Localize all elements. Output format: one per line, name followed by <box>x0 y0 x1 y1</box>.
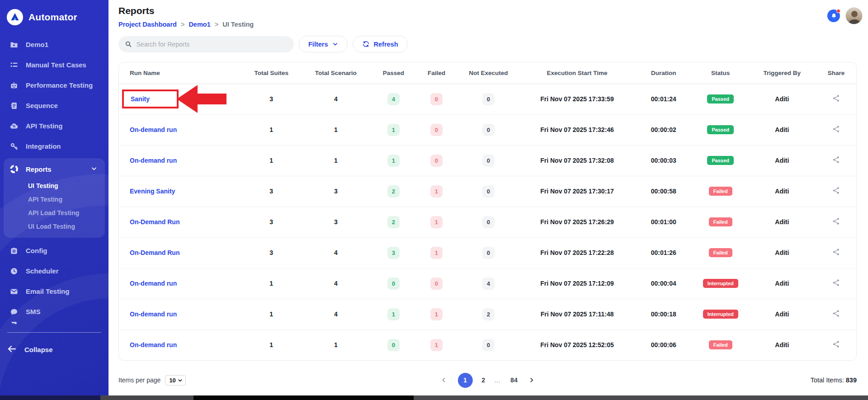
breadcrumb-link-demo1[interactable]: Demo1 <box>189 21 210 28</box>
start-time-cell: Fri Nov 07 2025 17:33:59 <box>520 84 634 114</box>
search-input[interactable] <box>137 41 288 48</box>
passed-badge: 0 <box>387 339 400 351</box>
collapse-button[interactable]: Collapse <box>0 333 108 356</box>
not-executed-cell: 0 <box>457 207 520 237</box>
sidebar-item-performance-testing[interactable]: Performance Testing <box>0 75 108 95</box>
failed-badge: 0 <box>430 124 443 136</box>
status-cell: Failed <box>693 329 748 360</box>
pagination: Items per page 10 1 2 … 84 Total Items: … <box>118 371 857 389</box>
not-executed-cell: 0 <box>457 329 520 360</box>
total-scenario-cell: 1 <box>301 114 371 145</box>
automator-logo-icon <box>7 9 23 25</box>
sidebar-item-label: Reports <box>26 165 52 173</box>
share-icon[interactable] <box>832 155 840 164</box>
sidebar-item-label: Config <box>26 247 47 254</box>
run-name-link[interactable]: On-demand run <box>130 341 177 348</box>
share-icon[interactable] <box>832 125 840 133</box>
status-badge: Failed <box>709 340 732 349</box>
next-page-button[interactable] <box>527 375 537 385</box>
passed-cell: 1 <box>371 299 416 329</box>
run-name-link[interactable]: On-Demand Run <box>130 218 179 226</box>
total-suites-cell: 3 <box>242 176 301 207</box>
run-name-cell: On-demand run <box>119 145 242 176</box>
status-cell: Interrupted <box>693 299 748 329</box>
sidebar-subitem-ui-testing[interactable]: UI Testing <box>4 179 105 193</box>
failed-badge: 1 <box>430 339 443 351</box>
status-cell: Passed <box>693 84 748 114</box>
notifications-button[interactable] <box>827 9 840 22</box>
status-cell: Failed <box>693 176 748 207</box>
share-icon[interactable] <box>832 217 840 226</box>
sidebar-item-config[interactable]: Config <box>0 240 108 261</box>
not-executed-badge: 0 <box>482 93 495 105</box>
failed-cell: 0 <box>416 145 457 176</box>
share-icon[interactable] <box>832 278 840 287</box>
failed-badge: 1 <box>430 185 443 198</box>
notification-badge <box>836 9 840 13</box>
breadcrumb-link-project-dashboard[interactable]: Project Dashboard <box>118 21 177 28</box>
sidebar-item-api-testing[interactable]: API Testing <box>0 116 108 136</box>
chevron-down-icon <box>332 41 338 47</box>
sidebar-subitem-api-load-testing[interactable]: API Load Testing <box>4 206 105 220</box>
sidebar-subitem-ui-load-testing[interactable]: UI Load Testing <box>4 220 105 233</box>
page-2-button[interactable]: 2 <box>481 376 485 384</box>
sidebar-item-sms[interactable]: SMS <box>0 301 108 322</box>
filters-button[interactable]: Filters <box>299 36 348 52</box>
run-name-link[interactable]: On-demand run <box>130 126 177 133</box>
col-duration: Duration <box>634 62 693 84</box>
sidebar-subitem-api-testing[interactable]: API Testing <box>4 193 105 206</box>
sidebar-item-email-testing[interactable]: Email Testing <box>0 281 108 301</box>
report-table-body: Sanity 3 4 4 0 0 Fri Nov 07 2025 17:33:5… <box>119 84 856 360</box>
sidebar-item-demo1[interactable]: Demo1 <box>0 34 108 55</box>
share-icon[interactable] <box>832 248 840 256</box>
start-time-cell: Fri Nov 07 2025 17:12:09 <box>520 268 634 299</box>
sidebar-item-clipped[interactable] <box>0 322 108 328</box>
run-name-link[interactable]: Evening Sanity <box>130 188 175 195</box>
user-avatar[interactable] <box>845 7 863 24</box>
app-logo[interactable]: Automator <box>0 0 108 33</box>
share-icon[interactable] <box>832 340 840 348</box>
items-per-page-label: Items per page <box>118 376 160 384</box>
duration-cell: 00:00:02 <box>634 114 693 145</box>
share-icon[interactable] <box>832 94 840 103</box>
sidebar-item-sequence[interactable]: Sequence <box>0 95 108 116</box>
share-icon[interactable] <box>832 186 840 195</box>
failed-badge: 1 <box>430 308 443 320</box>
sidebar-item-label: Integration <box>26 142 61 150</box>
failed-cell: 0 <box>416 114 457 145</box>
col-execution-start-time: Execution Start Time <box>520 62 634 84</box>
run-name-link[interactable]: On-demand run <box>130 157 177 164</box>
prev-page-button[interactable] <box>439 375 448 385</box>
total-suites-cell: 1 <box>242 114 301 145</box>
table-row: On-demand run 1 4 0 0 4 Fri Nov 07 2025 … <box>119 268 856 299</box>
share-cell <box>816 299 856 329</box>
page-84-button[interactable]: 84 <box>510 376 518 384</box>
refresh-button[interactable]: Refresh <box>353 36 408 52</box>
reports-table: Run Name Total Suites Total Scenario Pas… <box>119 62 856 360</box>
passed-cell: 1 <box>371 114 416 145</box>
run-name-link[interactable]: On-demand run <box>130 311 177 318</box>
table-row: On-Demand Run 3 4 3 1 0 Fri Nov 07 2025 … <box>119 237 856 268</box>
failed-cell: 0 <box>416 84 457 114</box>
run-name-link[interactable]: On-Demand Run <box>130 249 179 256</box>
sidebar-item-manual-test-cases[interactable]: Manual Test Cases <box>0 55 108 75</box>
share-icon[interactable] <box>832 309 840 318</box>
items-per-page-select[interactable]: 10 <box>165 375 185 386</box>
reports-icon <box>9 164 19 174</box>
sidebar-item-reports[interactable]: Reports <box>4 159 105 179</box>
arrow-left-icon <box>6 344 17 356</box>
triggered-by-cell: Aditi <box>748 237 816 268</box>
page-1-button[interactable]: 1 <box>458 373 472 388</box>
sidebar-item-scheduler[interactable]: Scheduler <box>0 261 108 281</box>
start-time-cell: Fri Nov 07 2025 17:11:48 <box>520 299 634 329</box>
sidebar-item-integration[interactable]: Integration <box>0 136 108 156</box>
chevron-left-icon <box>440 376 447 384</box>
topbar-actions <box>827 7 863 24</box>
run-name-box: Evening Sanity <box>130 188 175 195</box>
sidebar-item-label: Scheduler <box>26 267 59 275</box>
run-name-link[interactable]: Sanity <box>131 95 150 103</box>
run-name-link[interactable]: On-demand run <box>130 280 177 287</box>
start-time-cell: Fri Nov 07 2025 17:32:08 <box>520 145 634 176</box>
duration-cell: 00:00:04 <box>634 268 693 299</box>
not-executed-badge: 0 <box>482 247 495 259</box>
